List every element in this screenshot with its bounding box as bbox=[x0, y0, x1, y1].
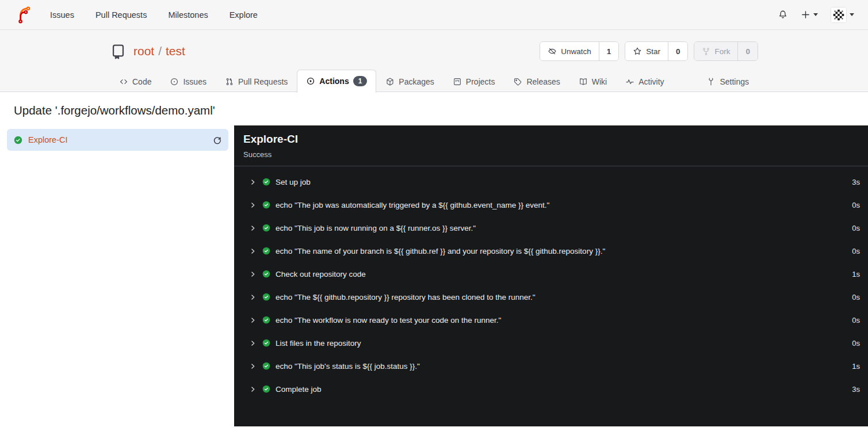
tab-packages[interactable]: Packages bbox=[376, 71, 443, 93]
refresh-icon[interactable] bbox=[212, 135, 222, 145]
notifications-bell-icon[interactable] bbox=[778, 10, 788, 20]
success-check-icon bbox=[262, 223, 271, 232]
step-row[interactable]: echo "The job was automatically triggere… bbox=[234, 193, 868, 216]
step-duration: 3s bbox=[852, 178, 860, 186]
tab-code[interactable]: Code bbox=[110, 71, 160, 93]
star-count[interactable]: 0 bbox=[668, 42, 688, 60]
top-navbar: Issues Pull Requests Milestones Explore bbox=[0, 0, 868, 30]
repo-tabs: Code Issues Pull Requests Actions bbox=[110, 70, 758, 93]
job-title: Explore-CI bbox=[243, 133, 859, 146]
fork-icon bbox=[702, 47, 710, 56]
nav-milestones[interactable]: Milestones bbox=[168, 10, 208, 20]
step-duration: 0s bbox=[852, 339, 860, 348]
step-label: List files in the repository bbox=[276, 339, 361, 348]
tab-issues[interactable]: Issues bbox=[160, 71, 215, 93]
top-nav-links: Issues Pull Requests Milestones Explore bbox=[50, 10, 258, 20]
play-circle-icon bbox=[306, 77, 315, 86]
watch-count[interactable]: 1 bbox=[599, 42, 619, 60]
step-duration: 0s bbox=[852, 316, 860, 325]
step-row[interactable]: Set up job 3s bbox=[234, 170, 868, 193]
step-row[interactable]: Complete job 3s bbox=[234, 377, 868, 401]
success-check-icon bbox=[13, 135, 23, 145]
eye-off-icon bbox=[548, 47, 557, 56]
success-check-icon bbox=[262, 361, 271, 371]
step-label: echo "This job's status is ${{ job.statu… bbox=[276, 362, 420, 371]
chevron-right-icon bbox=[249, 363, 257, 370]
workflow-run-view: Explore-CI Explore-CI Success Set up job… bbox=[0, 125, 868, 429]
step-duration: 0s bbox=[852, 247, 860, 255]
chevron-down-icon bbox=[850, 13, 854, 16]
star-icon bbox=[633, 47, 642, 56]
chevron-right-icon bbox=[249, 178, 257, 186]
step-row[interactable]: echo "The ${{ github.repository }} repos… bbox=[234, 285, 868, 308]
fork-button: Fork bbox=[694, 42, 737, 60]
step-label: echo "The ${{ github.repository }} repos… bbox=[276, 293, 536, 302]
step-list: Set up job 3s echo "The job was automati… bbox=[234, 166, 868, 401]
star-button[interactable]: Star bbox=[625, 42, 668, 60]
forgejo-logo[interactable] bbox=[14, 6, 32, 24]
tab-pull-requests[interactable]: Pull Requests bbox=[216, 71, 297, 93]
step-row[interactable]: echo "This job is now running on a ${{ r… bbox=[234, 216, 868, 239]
step-duration: 1s bbox=[852, 270, 860, 279]
nav-explore[interactable]: Explore bbox=[230, 10, 258, 20]
unwatch-button[interactable]: Unwatch bbox=[540, 42, 599, 60]
plus-icon bbox=[801, 10, 810, 20]
tab-releases[interactable]: Releases bbox=[504, 71, 569, 93]
step-duration: 0s bbox=[852, 201, 860, 209]
success-check-icon bbox=[262, 384, 271, 394]
chevron-right-icon bbox=[249, 247, 257, 255]
tab-activity[interactable]: Activity bbox=[616, 71, 673, 93]
step-label: Check out repository code bbox=[276, 270, 366, 279]
step-duration: 0s bbox=[852, 224, 860, 232]
step-row[interactable]: echo "The name of your branch is ${{ git… bbox=[234, 239, 868, 262]
step-label: echo "The name of your branch is ${{ git… bbox=[276, 247, 605, 255]
breadcrumb: root / test bbox=[133, 44, 185, 58]
settings-tool-icon bbox=[706, 77, 716, 86]
tab-projects[interactable]: Projects bbox=[443, 71, 504, 93]
job-item-explore-ci[interactable]: Explore-CI bbox=[7, 129, 228, 151]
chevron-right-icon bbox=[249, 270, 257, 278]
user-menu[interactable] bbox=[831, 7, 854, 23]
jobs-sidebar: Explore-CI bbox=[0, 125, 234, 429]
repository-book-icon bbox=[110, 43, 127, 60]
job-panel-header: Explore-CI Success bbox=[234, 125, 868, 166]
nav-pull-requests[interactable]: Pull Requests bbox=[95, 10, 147, 20]
tab-settings[interactable]: Settings bbox=[697, 71, 758, 93]
fork-button-group: Fork 0 bbox=[694, 41, 758, 61]
chevron-right-icon bbox=[249, 224, 257, 232]
step-row[interactable]: List files in the repository 0s bbox=[234, 331, 868, 354]
job-label: Explore-CI bbox=[28, 135, 68, 144]
repo-owner-link[interactable]: root bbox=[133, 44, 154, 58]
star-button-group: Star 0 bbox=[625, 41, 688, 61]
package-icon bbox=[385, 77, 395, 86]
user-avatar bbox=[831, 7, 847, 23]
step-label: Set up job bbox=[276, 178, 311, 186]
job-log-panel: Explore-CI Success Set up job 3s echo "T… bbox=[234, 125, 868, 426]
step-row[interactable]: echo "This job's status is ${{ job.statu… bbox=[234, 354, 868, 377]
chevron-right-icon bbox=[249, 316, 257, 324]
chevron-right-icon bbox=[249, 201, 257, 209]
chevron-right-icon bbox=[249, 386, 257, 393]
success-check-icon bbox=[262, 338, 271, 348]
tab-actions[interactable]: Actions 1 bbox=[297, 70, 376, 93]
wiki-book-icon bbox=[579, 77, 588, 86]
success-check-icon bbox=[262, 177, 271, 186]
create-new-button[interactable] bbox=[801, 10, 818, 20]
chevron-right-icon bbox=[249, 293, 257, 301]
step-label: Complete job bbox=[276, 385, 322, 394]
nav-issues[interactable]: Issues bbox=[50, 10, 74, 20]
step-duration: 0s bbox=[852, 293, 860, 302]
tab-wiki[interactable]: Wiki bbox=[569, 71, 616, 93]
step-label: echo "This job is now running on a ${{ r… bbox=[276, 224, 476, 232]
breadcrumb-separator: / bbox=[158, 44, 162, 58]
page-title: Update '.forgejo/workflows/demo.yaml' bbox=[0, 92, 868, 125]
project-board-icon bbox=[453, 77, 462, 86]
repo-name-link[interactable]: test bbox=[166, 44, 185, 58]
success-check-icon bbox=[262, 246, 271, 255]
fork-count: 0 bbox=[737, 42, 758, 60]
step-label: echo "The workflow is now ready to test … bbox=[276, 316, 501, 325]
success-check-icon bbox=[262, 200, 271, 209]
success-check-icon bbox=[262, 292, 271, 302]
step-row[interactable]: Check out repository code 1s bbox=[234, 262, 868, 285]
step-row[interactable]: echo "The workflow is now ready to test … bbox=[234, 308, 868, 331]
